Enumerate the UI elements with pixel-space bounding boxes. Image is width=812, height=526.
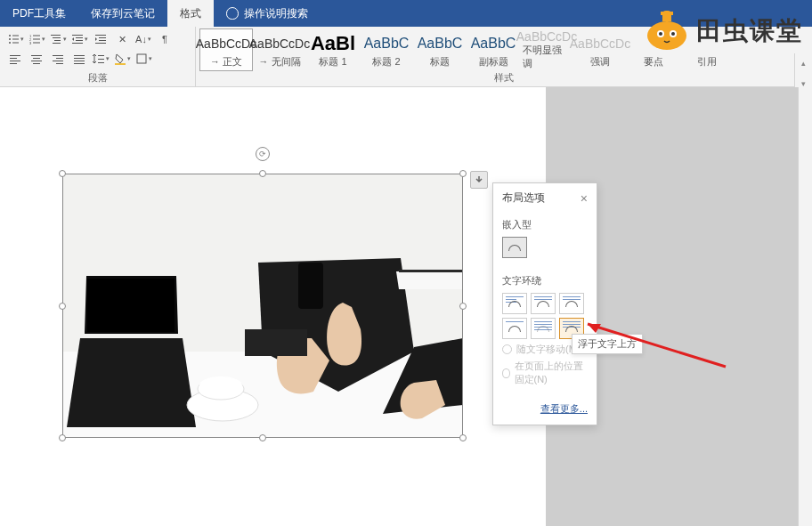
svg-rect-40 [98, 55, 104, 56]
resize-handle-tr[interactable] [459, 170, 467, 177]
show-marks-button[interactable]: ¶ [155, 30, 175, 48]
resize-handle-br[interactable] [459, 434, 467, 441]
watermark: 田虫课堂 [645, 9, 803, 53]
borders-button[interactable] [134, 50, 153, 68]
fixed-position-radio[interactable]: 在页面上的位置固定(N) [502, 360, 588, 386]
bullets-button[interactable] [5, 30, 25, 48]
align-center-button[interactable] [27, 50, 46, 68]
svg-rect-61 [661, 12, 664, 15]
style-标题[interactable]: AaBbC标题 [413, 28, 467, 71]
style-→ 无间隔[interactable]: AaBbCcDc→ 无间隔 [253, 28, 306, 71]
tab-pdf-tools[interactable]: PDF工具集 [0, 0, 78, 27]
svg-rect-18 [76, 40, 83, 41]
svg-rect-15 [53, 43, 61, 44]
wrap-square-option[interactable] [502, 293, 527, 314]
multilevel-button[interactable] [48, 30, 68, 48]
close-icon[interactable]: × [581, 191, 588, 206]
svg-rect-62 [670, 12, 673, 15]
search-placeholder: 操作说明搜索 [244, 6, 308, 21]
svg-point-2 [9, 38, 11, 40]
wrap-behind-option[interactable] [531, 318, 556, 339]
svg-rect-42 [98, 62, 104, 63]
align-right-button[interactable] [48, 50, 68, 68]
svg-rect-43 [115, 63, 126, 65]
svg-rect-1 [12, 36, 19, 36]
inline-label: 嵌入型 [502, 218, 588, 231]
svg-point-56 [647, 21, 686, 50]
svg-rect-14 [54, 40, 61, 41]
svg-rect-24 [10, 55, 20, 56]
wrap-inline-option[interactable] [502, 237, 527, 258]
svg-rect-12 [51, 35, 61, 36]
line-spacing-button[interactable] [91, 50, 110, 68]
svg-rect-28 [31, 55, 42, 56]
svg-rect-41 [98, 59, 104, 60]
svg-rect-27 [10, 63, 17, 64]
watermark-text: 田虫课堂 [696, 14, 803, 48]
svg-rect-23 [95, 43, 106, 44]
numbering-button[interactable]: 123 [27, 30, 46, 48]
tab-save-cloud[interactable]: 保存到云笔记 [78, 0, 167, 27]
vertical-scrollbar-area[interactable] [798, 87, 812, 526]
svg-rect-34 [53, 61, 63, 61]
svg-rect-21 [99, 37, 106, 38]
resize-handle-mr[interactable] [459, 303, 467, 310]
resize-handle-bl[interactable] [59, 434, 66, 441]
svg-rect-13 [53, 37, 61, 38]
svg-rect-19 [72, 43, 83, 44]
wrap-topbottom-option[interactable] [502, 318, 527, 339]
resize-handle-ml[interactable] [59, 303, 66, 310]
svg-text:3: 3 [29, 41, 32, 45]
svg-rect-20 [95, 35, 106, 36]
svg-rect-11 [33, 43, 40, 44]
svg-rect-16 [72, 35, 83, 36]
svg-rect-35 [56, 63, 63, 64]
svg-rect-22 [99, 40, 106, 41]
svg-rect-26 [10, 61, 20, 61]
layout-options-launcher[interactable] [470, 171, 488, 189]
wrap-front-tooltip: 浮于文字上方 [572, 334, 643, 354]
selected-image[interactable]: ⟳ [62, 174, 463, 438]
indent-increase-button[interactable] [91, 30, 110, 48]
resize-handle-tc[interactable] [259, 170, 266, 177]
watermark-logo-icon [645, 9, 689, 53]
svg-rect-37 [74, 58, 85, 59]
wrap-tight-option[interactable] [531, 293, 556, 314]
text-direction-button[interactable]: ✕ [112, 30, 132, 48]
sort-button[interactable]: A↓ [134, 30, 153, 48]
justify-button[interactable] [69, 50, 89, 68]
tab-format[interactable]: 格式 [167, 0, 214, 27]
see-more-link[interactable]: 查看更多... [540, 403, 588, 414]
style-强调[interactable]: AaBbCcDc强调 [573, 28, 627, 71]
svg-rect-31 [33, 63, 40, 64]
wrap-through-option[interactable] [559, 293, 584, 314]
styles-label: 样式 [196, 71, 812, 85]
lightbulb-icon [226, 7, 239, 20]
resize-handle-bc[interactable] [259, 434, 266, 441]
style-标题 2[interactable]: AaBbC标题 2 [360, 28, 413, 71]
svg-rect-3 [12, 39, 19, 40]
svg-point-58 [659, 32, 662, 36]
svg-rect-39 [74, 63, 85, 64]
layout-options-panel: 布局选项 × 嵌入型 文字环绕 随文字移动(M) 在页面上的位置固定(N) 查看… [492, 182, 597, 425]
svg-rect-9 [33, 39, 40, 40]
svg-point-4 [9, 42, 11, 44]
svg-rect-30 [31, 61, 42, 61]
svg-rect-32 [53, 55, 63, 56]
svg-rect-36 [74, 55, 85, 56]
tell-me-search[interactable]: 操作说明搜索 [214, 0, 321, 27]
svg-point-60 [671, 32, 675, 36]
rotate-handle[interactable]: ⟳ [256, 147, 270, 161]
style-不明显强调[interactable]: AaBbCcDc不明显强调 [520, 28, 573, 71]
selection-border [62, 174, 463, 438]
style-副标题[interactable]: AaBbC副标题 [467, 28, 520, 71]
resize-handle-tl[interactable] [59, 170, 66, 177]
svg-rect-38 [74, 61, 85, 61]
style-标题 1[interactable]: AaBl标题 1 [306, 28, 360, 71]
align-left-button[interactable] [5, 50, 25, 68]
svg-rect-29 [33, 58, 40, 59]
indent-decrease-button[interactable] [69, 30, 89, 48]
svg-point-0 [9, 35, 11, 36]
style-→ 正文[interactable]: AaBbCcDc→ 正文 [199, 28, 253, 71]
shading-button[interactable] [112, 50, 132, 68]
